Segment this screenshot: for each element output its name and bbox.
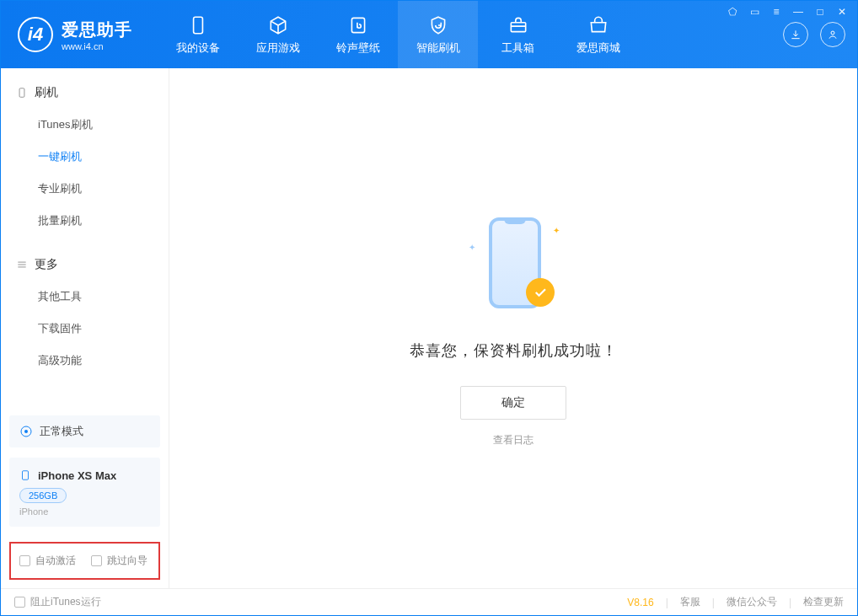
- check-activate-label: 自动激活: [35, 554, 76, 568]
- store-icon: [587, 14, 609, 36]
- device-type-label: iPhone: [19, 506, 150, 517]
- window-menu-icon[interactable]: ≡: [770, 6, 783, 18]
- sidebar-item-advanced[interactable]: 高级功能: [1, 345, 169, 377]
- svg-point-3: [831, 31, 834, 35]
- nav-flash[interactable]: 智能刷机: [398, 1, 478, 68]
- sidebar-item-firmware[interactable]: 下载固件: [1, 313, 169, 345]
- app-window: ⬠ ▭ ≡ — □ ✕ i4 爱思助手 www.i4.cn 我的设备 应用游戏: [0, 0, 858, 616]
- block-itunes-label: 阻止iTunes运行: [30, 595, 101, 609]
- wechat-link[interactable]: 微信公众号: [727, 595, 777, 609]
- window-maximize[interactable]: □: [813, 6, 827, 18]
- sidebar-section-flash: 刷机: [1, 80, 169, 109]
- svg-rect-0: [193, 17, 202, 34]
- mode-label: 正常模式: [40, 424, 83, 439]
- device-name-label: iPhone XS Max: [38, 469, 116, 482]
- sparkle-icon: ✦: [469, 243, 475, 252]
- nav-my-device[interactable]: 我的设备: [158, 1, 238, 68]
- nav-store-label: 爱思商城: [576, 40, 620, 56]
- music-icon: [347, 14, 369, 36]
- download-button[interactable]: [783, 22, 808, 47]
- phone-notch: [504, 217, 526, 224]
- nav-apps[interactable]: 应用游戏: [238, 1, 318, 68]
- nav-flash-label: 智能刷机: [416, 40, 460, 56]
- device-icon: [187, 14, 209, 36]
- svg-point-6: [24, 430, 28, 433]
- nav: 我的设备 应用游戏 铃声壁纸 智能刷机 工具箱 爱思商城: [158, 1, 638, 68]
- check-block-itunes[interactable]: 阻止iTunes运行: [14, 595, 101, 609]
- success-illustration: ✦ ✦: [467, 209, 560, 319]
- svg-rect-4: [19, 88, 24, 98]
- cube-icon: [267, 14, 289, 36]
- success-message: 恭喜您，保资料刷机成功啦！: [410, 340, 618, 361]
- check-skip-label: 跳过向导: [107, 554, 147, 568]
- checkbox-icon: [19, 555, 30, 566]
- sparkle-icon: ✦: [553, 226, 560, 235]
- ok-button[interactable]: 确定: [460, 386, 566, 420]
- checkbox-icon: [14, 597, 25, 608]
- phone-icon: [16, 87, 28, 99]
- version-label: V8.16: [627, 597, 653, 608]
- nav-ringtones-label: 铃声壁纸: [336, 40, 380, 56]
- window-icon-2[interactable]: ▭: [748, 6, 761, 18]
- app-subtitle: www.i4.cn: [62, 41, 132, 51]
- sidebar-item-batch[interactable]: 批量刷机: [1, 205, 169, 237]
- sidebar-section-more-label: 更多: [35, 257, 58, 272]
- window-close[interactable]: ✕: [835, 6, 849, 18]
- footer: 阻止iTunes运行 V8.16 | 客服 | 微信公众号 | 检查更新: [1, 588, 857, 615]
- sidebar-item-other[interactable]: 其他工具: [1, 281, 169, 313]
- window-controls: ⬠ ▭ ≡ — □ ✕: [726, 6, 849, 18]
- logo-icon: i4: [18, 17, 53, 52]
- device-small-icon: [19, 468, 31, 483]
- refresh-shield-icon: [427, 14, 449, 36]
- window-icon-1[interactable]: ⬠: [726, 6, 739, 18]
- sidebar-item-onekey[interactable]: 一键刷机: [1, 141, 169, 173]
- success-badge-icon: [526, 278, 555, 307]
- nav-device-label: 我的设备: [176, 40, 220, 56]
- highlight-checks: 自动激活 跳过向导: [9, 542, 160, 580]
- window-minimize[interactable]: —: [791, 6, 805, 18]
- sidebar: 刷机 iTunes刷机 一键刷机 专业刷机 批量刷机 更多 其他工具 下载固件 …: [1, 68, 169, 588]
- support-link[interactable]: 客服: [680, 595, 700, 609]
- check-auto-activate[interactable]: 自动激活: [19, 554, 76, 568]
- sidebar-item-pro[interactable]: 专业刷机: [1, 173, 169, 205]
- check-skip-guide[interactable]: 跳过向导: [91, 554, 147, 568]
- checkbox-icon: [91, 555, 102, 566]
- update-link[interactable]: 检查更新: [803, 595, 844, 609]
- user-button[interactable]: [820, 22, 845, 47]
- nav-apps-label: 应用游戏: [256, 40, 300, 56]
- mode-panel[interactable]: 正常模式: [9, 415, 160, 447]
- mode-icon: [19, 425, 33, 438]
- svg-rect-2: [511, 22, 525, 31]
- app-title: 爱思助手: [62, 19, 132, 41]
- sidebar-item-itunes[interactable]: iTunes刷机: [1, 109, 169, 141]
- svg-rect-7: [23, 471, 29, 480]
- view-log-link[interactable]: 查看日志: [493, 433, 534, 447]
- sidebar-section-flash-label: 刷机: [35, 85, 58, 100]
- main-content: ✦ ✦ 恭喜您，保资料刷机成功啦！ 确定 查看日志: [169, 68, 857, 588]
- device-panel[interactable]: iPhone XS Max 256GB iPhone: [9, 458, 160, 527]
- nav-store[interactable]: 爱思商城: [558, 1, 638, 68]
- device-storage-badge: 256GB: [19, 488, 67, 503]
- menu-icon: [16, 259, 28, 271]
- logo: i4 爱思助手 www.i4.cn: [1, 1, 149, 68]
- nav-toolbox-label: 工具箱: [501, 40, 534, 56]
- nav-ringtones[interactable]: 铃声壁纸: [318, 1, 398, 68]
- body: 刷机 iTunes刷机 一键刷机 专业刷机 批量刷机 更多 其他工具 下载固件 …: [1, 68, 857, 588]
- nav-toolbox[interactable]: 工具箱: [478, 1, 558, 68]
- svg-rect-1: [351, 18, 364, 32]
- toolbox-icon: [507, 14, 529, 36]
- sidebar-section-more: 更多: [1, 252, 169, 281]
